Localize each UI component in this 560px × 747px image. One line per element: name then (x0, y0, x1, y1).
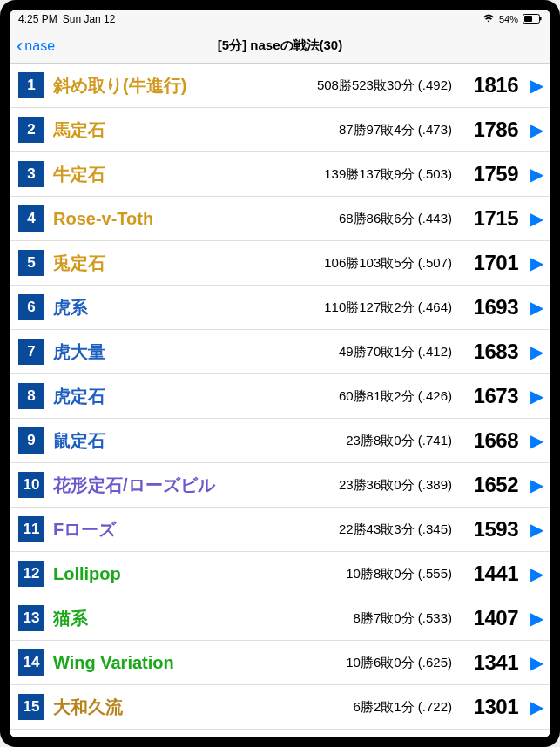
svg-rect-1 (524, 16, 532, 22)
strategy-rating: 1786 (461, 118, 518, 142)
strategy-rating: 1683 (461, 340, 518, 364)
status-date: Sun Jan 12 (63, 13, 116, 25)
rank-badge: 12 (18, 561, 44, 587)
table-row[interactable]: 5兎定石106勝103敗5分 (.507)1701▶ (10, 241, 550, 286)
chevron-right-icon: ▶ (530, 119, 543, 140)
strategy-stats: 49勝70敗1分 (.412) (339, 344, 452, 360)
strategy-stats: 139勝137敗9分 (.503) (324, 166, 452, 183)
table-row[interactable]: 1斜め取り(牛進行)508勝523敗30分 (.492)1816▶ (10, 64, 550, 108)
strategy-stats: 10勝8敗0分 (.555) (346, 566, 452, 582)
chevron-right-icon: ▶ (530, 474, 543, 495)
rank-badge: 7 (18, 339, 44, 365)
table-row[interactable]: 7虎大量49勝70敗1分 (.412)1683▶ (10, 330, 550, 374)
table-row[interactable]: 8虎定石60勝81敗2分 (.426)1673▶ (10, 374, 550, 419)
rank-badge: 13 (18, 605, 44, 631)
chevron-right-icon: ▶ (530, 386, 543, 407)
strategy-rating: 1593 (461, 517, 518, 542)
strategy-rating: 1715 (461, 206, 518, 231)
table-row[interactable]: 2馬定石87勝97敗4分 (.473)1786▶ (10, 108, 550, 152)
strategy-stats: 10勝6敗0分 (.625) (346, 655, 452, 671)
table-row[interactable]: 11Fローズ22勝43敗3分 (.345)1593▶ (10, 508, 550, 552)
chevron-right-icon: ▶ (530, 208, 543, 229)
chevron-right-icon: ▶ (530, 297, 543, 318)
chevron-left-icon: ‹ (17, 35, 23, 57)
rank-badge: 3 (18, 161, 44, 187)
chevron-right-icon: ▶ (530, 341, 543, 362)
strategy-rating: 1441 (461, 562, 518, 586)
strategy-name: 馬定石 (53, 118, 330, 142)
back-label: nase (24, 38, 55, 54)
table-row[interactable]: 4Rose-v-Toth68勝86敗6分 (.443)1715▶ (10, 197, 550, 241)
strategy-name: 兎定石 (53, 252, 315, 275)
strategy-stats: 106勝103敗5分 (.507) (324, 255, 452, 272)
table-row[interactable]: 15大和久流6勝2敗1分 (.722)1301▶ (10, 685, 550, 730)
battery-icon (523, 14, 542, 25)
strategy-stats: 6勝2敗1分 (.722) (354, 699, 452, 716)
strategy-list[interactable]: 1斜め取り(牛進行)508勝523敗30分 (.492)1816▶2馬定石87勝… (10, 64, 550, 737)
strategy-name: 花形定石/ローズビル (53, 474, 330, 497)
rank-badge: 14 (18, 649, 44, 676)
strategy-name: 虎定石 (53, 385, 330, 408)
wifi-icon (482, 14, 495, 24)
chevron-right-icon: ▶ (530, 75, 543, 96)
strategy-rating: 1301 (461, 695, 518, 719)
strategy-name: Lollipop (53, 564, 337, 584)
chevron-right-icon: ▶ (530, 652, 543, 673)
strategy-name: 大和久流 (53, 696, 345, 719)
strategy-stats: 110勝127敗2分 (.464) (324, 299, 452, 316)
strategy-rating: 1407 (461, 606, 518, 630)
strategy-stats: 23勝36敗0分 (.389) (339, 477, 452, 494)
strategy-stats: 23勝8敗0分 (.741) (346, 433, 452, 449)
rank-badge: 11 (18, 516, 44, 542)
table-row[interactable]: 13猫系8勝7敗0分 (.533)1407▶ (10, 596, 550, 641)
strategy-stats: 60勝81敗2分 (.426) (339, 388, 452, 405)
chevron-right-icon: ▶ (530, 519, 543, 540)
strategy-stats: 8勝7敗0分 (.533) (354, 610, 452, 627)
chevron-right-icon: ▶ (530, 430, 543, 451)
rank-badge: 1 (18, 72, 44, 98)
svg-rect-2 (540, 17, 542, 20)
strategy-name: Wing Variation (53, 653, 337, 673)
rank-badge: 8 (18, 383, 44, 409)
strategy-stats: 508勝523敗30分 (.492) (317, 77, 452, 94)
strategy-name: Rose-v-Toth (53, 209, 330, 229)
table-row[interactable]: 14Wing Variation10勝6敗0分 (.625)1341▶ (10, 641, 550, 685)
strategy-rating: 1693 (461, 295, 518, 320)
strategy-rating: 1668 (461, 428, 518, 453)
back-button[interactable]: ‹ nase (17, 35, 55, 57)
strategy-name: Fローズ (53, 518, 330, 542)
page-title: [5分] naseの戦法(30) (218, 37, 342, 54)
strategy-rating: 1701 (461, 251, 518, 275)
strategy-name: 斜め取り(牛進行) (53, 74, 308, 98)
strategy-rating: 1652 (461, 473, 518, 497)
strategy-name: 虎大量 (53, 340, 330, 364)
table-row[interactable]: 12Lollipop10勝8敗0分 (.555)1441▶ (10, 552, 550, 596)
rank-badge: 10 (18, 472, 44, 498)
status-bar: 4:25 PM Sun Jan 12 54% (10, 10, 550, 29)
strategy-rating: 1759 (461, 162, 518, 186)
strategy-rating: 1673 (461, 384, 518, 408)
rank-badge: 5 (18, 250, 44, 276)
strategy-name: 猫系 (53, 607, 345, 630)
chevron-right-icon: ▶ (530, 164, 543, 185)
rank-badge: 9 (18, 427, 44, 454)
status-time: 4:25 PM (18, 13, 57, 25)
strategy-name: 鼠定石 (53, 429, 337, 453)
table-row[interactable]: 9鼠定石23勝8敗0分 (.741)1668▶ (10, 419, 550, 463)
battery-percent: 54% (499, 14, 518, 24)
rank-badge: 2 (18, 117, 44, 143)
strategy-stats: 22勝43敗3分 (.345) (339, 522, 452, 538)
table-row[interactable]: 10花形定石/ローズビル23勝36敗0分 (.389)1652▶ (10, 463, 550, 508)
chevron-right-icon: ▶ (530, 697, 543, 717)
chevron-right-icon: ▶ (530, 608, 543, 629)
rank-badge: 6 (18, 294, 44, 320)
strategy-stats: 68勝86敗6分 (.443) (339, 211, 452, 227)
strategy-rating: 1341 (461, 650, 518, 675)
table-row[interactable]: 6虎系110勝127敗2分 (.464)1693▶ (10, 286, 550, 330)
strategy-name: 虎系 (53, 296, 315, 320)
chevron-right-icon: ▶ (530, 563, 543, 584)
strategy-stats: 87勝97敗4分 (.473) (339, 122, 452, 138)
rank-badge: 15 (18, 694, 44, 720)
table-row[interactable]: 3牛定石139勝137敗9分 (.503)1759▶ (10, 152, 550, 197)
chevron-right-icon: ▶ (530, 252, 543, 273)
